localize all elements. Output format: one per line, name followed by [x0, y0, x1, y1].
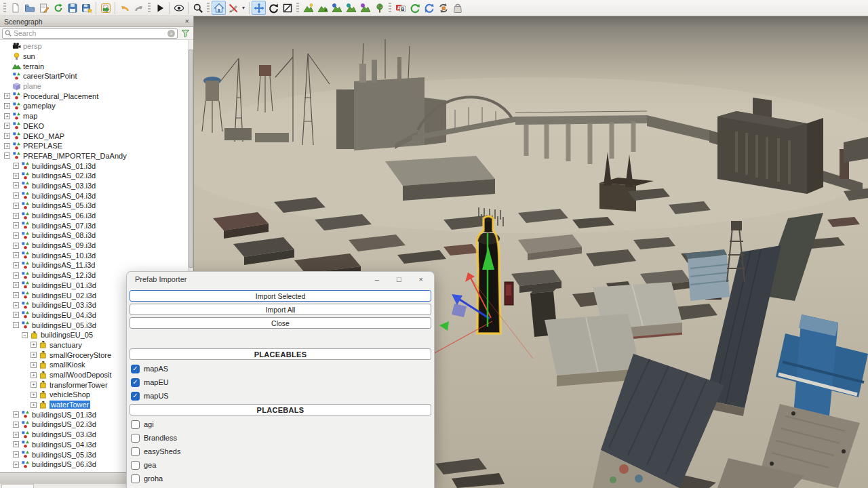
expand-icon[interactable]: + [13, 441, 19, 447]
import-selected-button[interactable]: Import Selected [130, 290, 431, 302]
undo-icon[interactable] [117, 1, 132, 15]
tree-item-buildingsAS_06.i3d[interactable]: +buildingsAS_06.i3d [0, 211, 188, 221]
expand-icon[interactable]: + [13, 203, 19, 209]
dropdown-caret-icon[interactable]: ▾ [240, 5, 247, 11]
tree-item-persp[interactable]: persp [0, 41, 188, 52]
save-as-icon[interactable] [79, 1, 94, 15]
filter-funnel-icon[interactable] [180, 28, 191, 39]
collapse-icon[interactable]: − [4, 152, 10, 159]
rotate-tool-icon[interactable] [266, 1, 280, 15]
edit-script-icon[interactable] [37, 1, 51, 15]
recycle-blue-icon[interactable] [422, 1, 436, 15]
close-button[interactable]: Close [130, 317, 431, 329]
expand-icon[interactable]: + [13, 163, 19, 169]
dialog-titlebar[interactable]: Prefab Importer – □ × [127, 272, 434, 287]
brush-disabled-icon[interactable] [226, 1, 240, 15]
tree-item-PREFAB_IMPORTER_DaAndy[interactable]: −PREFAB_IMPORTER_DaAndy [0, 151, 188, 161]
expand-icon[interactable]: + [13, 222, 19, 228]
expand-icon[interactable]: + [13, 272, 19, 279]
tree-item-buildingsAS_08.i3d[interactable]: +buildingsAS_08.i3d [0, 230, 188, 241]
expand-icon[interactable]: + [13, 182, 19, 188]
tree-item-buildingsAS_09.i3d[interactable]: +buildingsAS_09.i3d [0, 241, 188, 251]
section-header-placeables[interactable]: PLACEABLES [130, 348, 431, 360]
terrain-paint-icon[interactable] [315, 1, 330, 15]
tree-item-gameplay[interactable]: +gameplay [0, 101, 188, 111]
lower-panel-tab[interactable] [1, 484, 34, 488]
camera-home-icon[interactable] [212, 1, 226, 15]
checkbox-Brandless[interactable] [131, 434, 140, 443]
expand-icon[interactable]: + [13, 432, 19, 438]
expand-icon[interactable]: + [4, 123, 10, 129]
expand-icon[interactable]: + [13, 312, 19, 318]
foliage-teal-icon[interactable] [344, 1, 358, 15]
tree-item-Procedural_Placement[interactable]: +Procedural_Placement [0, 91, 188, 101]
tree-item-buildingsAS_03.i3d[interactable]: +buildingsAS_03.i3d [0, 181, 188, 191]
checkbox-mapAS[interactable]: ✓ [131, 365, 140, 373]
tree-item-buildingsAS_04.i3d[interactable]: +buildingsAS_04.i3d [0, 190, 188, 201]
checkbox-mapEU[interactable]: ✓ [131, 378, 140, 387]
tree-scrollbar-thumb[interactable] [189, 49, 193, 268]
expand-icon[interactable]: + [4, 103, 10, 109]
checkbox-mapUS[interactable]: ✓ [131, 392, 140, 401]
expand-icon[interactable]: + [31, 382, 37, 388]
expand-icon[interactable]: + [13, 192, 19, 199]
maximize-icon[interactable]: □ [397, 276, 401, 283]
expand-icon[interactable]: + [31, 392, 37, 398]
expand-icon[interactable]: + [31, 352, 37, 358]
bag-icon[interactable] [450, 1, 465, 15]
visibility-icon[interactable] [172, 1, 186, 15]
tree-item-PREPLASE[interactable]: +PREPLASE [0, 141, 188, 151]
expand-icon[interactable]: + [13, 462, 19, 468]
tree-item-buildingsAS_10.i3d[interactable]: +buildingsAS_10.i3d [0, 250, 188, 260]
tree-item-careerStartPoint[interactable]: careerStartPoint [0, 71, 188, 81]
move-tool-icon[interactable] [252, 1, 266, 15]
tree-item-sun[interactable]: sun [0, 52, 188, 62]
expand-icon[interactable]: + [13, 422, 19, 428]
expand-icon[interactable]: + [31, 402, 37, 408]
tree-item-buildingsAS_02.i3d[interactable]: +buildingsAS_02.i3d [0, 171, 188, 181]
import-all-button[interactable]: Import All [130, 304, 431, 315]
tree-item-plane[interactable]: plane [0, 81, 188, 92]
search-input[interactable] [14, 29, 165, 37]
tree-item-map[interactable]: +map [0, 111, 188, 121]
close-icon[interactable]: × [419, 276, 423, 283]
section-header-placebals[interactable]: PLACEBALS [130, 404, 431, 415]
expand-icon[interactable]: + [4, 133, 10, 139]
tree-item-DEKO[interactable]: +DEKO [0, 121, 188, 131]
tree-item-buildingsAS_01.i3d[interactable]: +buildingsAS_01.i3d [0, 161, 188, 171]
collapse-icon[interactable]: − [13, 322, 19, 328]
play-icon[interactable] [153, 1, 167, 15]
minimize-icon[interactable]: – [375, 276, 379, 283]
checkbox-agi[interactable] [131, 420, 140, 429]
clear-search-icon[interactable]: × [167, 30, 175, 37]
expand-icon[interactable]: + [13, 451, 19, 458]
expand-icon[interactable]: + [4, 113, 10, 119]
expand-icon[interactable]: + [31, 342, 37, 348]
refresh-green-icon[interactable] [408, 1, 422, 15]
terrain-sculpt-icon[interactable] [301, 1, 315, 15]
foliage-blue-icon[interactable] [330, 1, 344, 15]
redo-icon[interactable] [132, 1, 146, 15]
close-panel-icon[interactable]: × [185, 18, 189, 25]
tree-item-terrain[interactable]: terrain [0, 61, 188, 71]
expand-icon[interactable]: + [13, 302, 19, 308]
reload-icon[interactable] [51, 1, 65, 15]
expand-icon[interactable]: + [13, 213, 19, 219]
expand-icon[interactable]: + [13, 252, 19, 258]
replace-object-icon[interactable] [436, 1, 450, 15]
expand-icon[interactable]: + [31, 372, 37, 378]
expand-icon[interactable]: + [13, 282, 19, 288]
checkbox-easySheds[interactable] [131, 447, 140, 456]
expand-icon[interactable]: + [13, 411, 19, 418]
import-icon[interactable] [98, 1, 113, 15]
scale-tool-icon[interactable] [280, 1, 294, 15]
text-abc-icon[interactable]: AB [393, 1, 408, 15]
tree-item-buildingsAS_07.i3d[interactable]: +buildingsAS_07.i3d [0, 220, 188, 230]
expand-icon[interactable]: + [31, 362, 37, 368]
tree-item-buildingsAS_05.i3d[interactable]: +buildingsAS_05.i3d [0, 201, 188, 211]
checkbox-gea[interactable] [131, 461, 140, 470]
checkbox-groha[interactable] [131, 474, 140, 483]
tree-item-buildingsAS_11.i3d[interactable]: +buildingsAS_11.i3d [0, 260, 188, 270]
expand-icon[interactable]: + [4, 143, 10, 149]
new-file-icon[interactable] [8, 1, 22, 15]
